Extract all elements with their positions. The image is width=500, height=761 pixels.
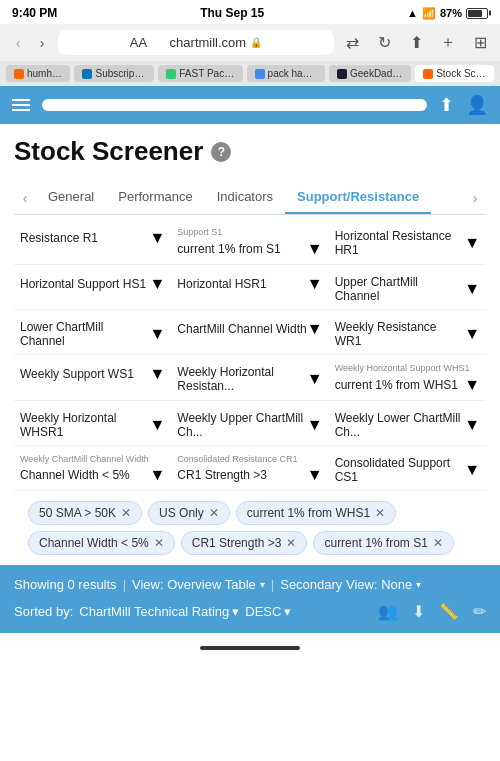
filter-wr1[interactable]: Weekly Resistance WR1 ▼ — [329, 310, 486, 355]
filter-lower-dropdown[interactable]: Lower ChartMill Channel ▼ — [20, 320, 165, 348]
results-actions: 👥 ⬇ 📏 ✏ — [378, 602, 486, 621]
filter-s1-dropdown[interactable]: current 1% from S1 ▼ — [177, 240, 322, 258]
person-icon[interactable]: 👤 — [466, 94, 488, 116]
filter-r1-value: Resistance R1 — [20, 231, 98, 245]
status-time: 9:40 PM — [12, 6, 57, 20]
forward-button[interactable]: › — [32, 33, 52, 53]
address-bar[interactable]: AA chartmill.com 🔒 — [58, 30, 334, 55]
tag-cr1strength[interactable]: CR1 Strength >3 ✕ — [181, 531, 308, 555]
filter-hr1-dropdown[interactable]: Horizontal Resistance HR1 ▼ — [335, 229, 480, 257]
filter-wlower[interactable]: Weekly Lower ChartMill Ch... ▼ — [329, 401, 486, 446]
tabs-right-arrow[interactable]: › — [464, 182, 486, 214]
search-bar[interactable] — [42, 99, 427, 111]
url-text: chartmill.com — [170, 35, 247, 50]
tag-50sma[interactable]: 50 SMA > 50K ✕ — [28, 501, 142, 525]
filter-wlower-dropdown[interactable]: Weekly Lower ChartMill Ch... ▼ — [335, 411, 480, 439]
filter-wcw[interactable]: Weekly ChartMill Channel Width Channel W… — [14, 446, 171, 492]
sort-field-dropdown[interactable]: ChartMill Technical Rating ▾ — [79, 604, 239, 619]
filter-ws1-dropdown[interactable]: Weekly Support WS1 ▼ — [20, 365, 165, 383]
page-title-container: Stock Screener ? — [14, 136, 486, 167]
filter-wr1-dropdown[interactable]: Weekly Resistance WR1 ▼ — [335, 320, 480, 348]
filter-ws1[interactable]: Weekly Support WS1 ▼ — [14, 355, 171, 401]
filter-whs1-value: current 1% from WHS1 — [335, 378, 458, 392]
help-icon[interactable]: ? — [211, 142, 231, 162]
tab-favicon-g — [255, 69, 265, 79]
filter-hsr1-dropdown[interactable]: Horizontal HSR1 ▼ — [177, 275, 322, 293]
tag-cr1strength-close[interactable]: ✕ — [286, 536, 296, 550]
tag-usonly-close[interactable]: ✕ — [209, 506, 219, 520]
filter-s1-label: Support S1 — [177, 227, 322, 238]
filter-whsr1[interactable]: Weekly Horizontal WHSR1 ▼ — [14, 401, 171, 446]
filter-whr[interactable]: Weekly Horizontal Resistan... ▼ — [171, 355, 328, 401]
new-tab-button[interactable]: ＋ — [436, 31, 460, 55]
share-button[interactable]: ⬆ — [404, 31, 428, 55]
tabs-left-arrow[interactable]: ‹ — [14, 182, 36, 214]
sort-direction-dropdown[interactable]: DESC ▾ — [245, 604, 291, 619]
filter-cw[interactable]: ChartMill Channel Width ▼ — [171, 310, 328, 355]
tag-s1current-label: current 1% from S1 — [324, 536, 427, 550]
filter-whsr1-dropdown[interactable]: Weekly Horizontal WHSR1 ▼ — [20, 411, 165, 439]
sort-direction: DESC — [245, 604, 281, 619]
filter-cr1-dropdown[interactable]: CR1 Strength >3 ▼ — [177, 466, 322, 484]
filter-cs1-dropdown[interactable]: Consolidated Support CS1 ▼ — [335, 456, 480, 484]
tab-stockscreener[interactable]: Stock Scree... — [415, 65, 494, 82]
results-divider-1: | — [123, 577, 126, 592]
filter-cr1[interactable]: Consolidated Resistance CR1 CR1 Strength… — [171, 446, 328, 492]
reload-button[interactable]: ↻ — [372, 31, 396, 55]
filter-cw-dropdown[interactable]: ChartMill Channel Width ▼ — [177, 320, 322, 338]
filter-lower[interactable]: Lower ChartMill Channel ▼ — [14, 310, 171, 355]
tab-fastpack[interactable]: FAST Pack Li... — [158, 65, 242, 82]
filter-hs1[interactable]: Horizontal Support HS1 ▼ — [14, 265, 171, 310]
wand-icon[interactable]: ⬆ — [439, 94, 454, 116]
tab-humhub[interactable]: humhub-b — [6, 65, 70, 82]
filter-whr-dropdown[interactable]: Weekly Horizontal Resistan... ▼ — [177, 365, 322, 393]
filter-s1[interactable]: Support S1 current 1% from S1 ▼ — [171, 219, 328, 265]
tag-s1current-close[interactable]: ✕ — [433, 536, 443, 550]
tab-performance[interactable]: Performance — [106, 181, 204, 214]
filter-whs1[interactable]: Weekly Horizontal Support WHS1 current 1… — [329, 355, 486, 401]
filter-r1[interactable]: Resistance R1 ▼ — [14, 219, 171, 265]
filter-upper[interactable]: Upper ChartMill Channel ▼ — [329, 265, 486, 310]
edit-icon[interactable]: ✏ — [473, 602, 486, 621]
tab-indicators[interactable]: Indicators — [205, 181, 285, 214]
secondary-view-selector[interactable]: Secondary View: None ▾ — [280, 577, 421, 592]
filter-hsr1[interactable]: Horizontal HSR1 ▼ — [171, 265, 328, 310]
tab-general[interactable]: General — [36, 181, 106, 214]
hamburger-menu[interactable] — [12, 99, 30, 111]
tag-s1current[interactable]: current 1% from S1 ✕ — [313, 531, 453, 555]
status-right: ▲ 📶 87% — [407, 7, 488, 20]
filter-ws1-value: Weekly Support WS1 — [20, 367, 134, 381]
tabs-button[interactable]: ⊞ — [468, 31, 492, 55]
filter-wupper-dropdown[interactable]: Weekly Upper ChartMill Ch... ▼ — [177, 411, 322, 439]
tab-geekdad[interactable]: GeekDad Re... — [329, 65, 411, 82]
persons-icon[interactable]: 👥 — [378, 602, 398, 621]
filter-hr1[interactable]: Horizontal Resistance HR1 ▼ — [329, 219, 486, 265]
tag-channelwidth-close[interactable]: ✕ — [154, 536, 164, 550]
filter-hr1-value: Horizontal Resistance HR1 — [335, 229, 464, 257]
filter-cs1[interactable]: Consolidated Support CS1 ▼ — [329, 446, 486, 492]
view-label: View: Overview Table — [132, 577, 256, 592]
download-icon[interactable]: ⬇ — [412, 602, 425, 621]
cast-button[interactable]: ⇄ — [340, 31, 364, 55]
tab-support-resistance[interactable]: Support/Resistance — [285, 181, 431, 214]
back-button[interactable]: ‹ — [8, 33, 28, 53]
filter-wupper[interactable]: Weekly Upper ChartMill Ch... ▼ — [171, 401, 328, 446]
filter-cr1-value: CR1 Strength >3 — [177, 468, 267, 482]
tab-favicon-fp — [166, 69, 176, 79]
tab-packhacker[interactable]: pack hacker... — [247, 65, 325, 82]
tag-usonly[interactable]: US Only ✕ — [148, 501, 230, 525]
ruler-icon[interactable]: 📏 — [439, 602, 459, 621]
filter-hs1-dropdown[interactable]: Horizontal Support HS1 ▼ — [20, 275, 165, 293]
filter-whs1-dropdown[interactable]: current 1% from WHS1 ▼ — [335, 376, 480, 394]
view-selector[interactable]: View: Overview Table ▾ — [132, 577, 265, 592]
filter-wcw-dropdown[interactable]: Channel Width < 5% ▼ — [20, 466, 165, 484]
filter-r1-dropdown[interactable]: Resistance R1 ▼ — [20, 229, 165, 247]
tag-50sma-close[interactable]: ✕ — [121, 506, 131, 520]
filter-upper-dropdown[interactable]: Upper ChartMill Channel ▼ — [335, 275, 480, 303]
tag-whs1[interactable]: current 1% from WHS1 ✕ — [236, 501, 396, 525]
tab-subscription[interactable]: Subscription... — [74, 65, 154, 82]
tag-whs1-close[interactable]: ✕ — [375, 506, 385, 520]
tag-channelwidth[interactable]: Channel Width < 5% ✕ — [28, 531, 175, 555]
sort-field-arrow: ▾ — [232, 604, 239, 619]
filter-s1-value: current 1% from S1 — [177, 242, 280, 256]
